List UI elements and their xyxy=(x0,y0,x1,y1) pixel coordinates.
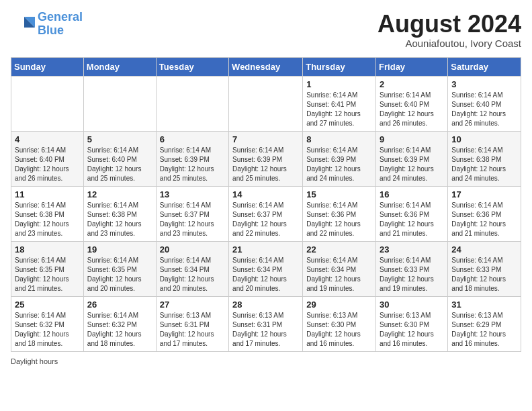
day-number: 15 xyxy=(306,189,372,199)
day-info: Sunrise: 6:14 AM Sunset: 6:37 PM Dayligh… xyxy=(160,201,225,238)
day-info: Sunrise: 6:14 AM Sunset: 6:40 PM Dayligh… xyxy=(380,91,444,128)
day-number: 4 xyxy=(15,134,80,144)
calendar-cell: 15Sunrise: 6:14 AM Sunset: 6:36 PM Dayli… xyxy=(303,186,376,241)
calendar-cell: 19Sunrise: 6:14 AM Sunset: 6:35 PM Dayli… xyxy=(83,241,156,296)
calendar-cell: 4Sunrise: 6:14 AM Sunset: 6:40 PM Daylig… xyxy=(11,131,84,186)
day-info: Sunrise: 6:14 AM Sunset: 6:35 PM Dayligh… xyxy=(15,256,80,293)
footer: Daylight hours xyxy=(11,357,521,365)
day-info: Sunrise: 6:14 AM Sunset: 6:34 PM Dayligh… xyxy=(306,256,372,293)
day-info: Sunrise: 6:14 AM Sunset: 6:39 PM Dayligh… xyxy=(232,146,299,183)
day-info: Sunrise: 6:14 AM Sunset: 6:41 PM Dayligh… xyxy=(306,91,372,128)
day-number: 9 xyxy=(380,134,444,144)
calendar-cell: 29Sunrise: 6:13 AM Sunset: 6:30 PM Dayli… xyxy=(303,296,376,351)
day-info: Sunrise: 6:14 AM Sunset: 6:38 PM Dayligh… xyxy=(451,146,517,183)
calendar-cell: 5Sunrise: 6:14 AM Sunset: 6:40 PM Daylig… xyxy=(83,131,156,186)
day-header-saturday: Saturday xyxy=(448,57,521,76)
logo-line1: General xyxy=(38,10,83,24)
day-number: 8 xyxy=(306,134,372,144)
calendar-cell: 16Sunrise: 6:14 AM Sunset: 6:36 PM Dayli… xyxy=(376,186,448,241)
day-header-monday: Monday xyxy=(83,57,156,76)
day-info: Sunrise: 6:14 AM Sunset: 6:34 PM Dayligh… xyxy=(160,256,225,293)
day-info: Sunrise: 6:14 AM Sunset: 6:38 PM Dayligh… xyxy=(87,201,152,238)
day-info: Sunrise: 6:14 AM Sunset: 6:33 PM Dayligh… xyxy=(380,256,444,293)
day-info: Sunrise: 6:13 AM Sunset: 6:31 PM Dayligh… xyxy=(160,311,225,349)
calendar-cell xyxy=(229,76,303,131)
day-number: 13 xyxy=(160,189,225,199)
day-number: 28 xyxy=(232,300,299,310)
day-info: Sunrise: 6:13 AM Sunset: 6:31 PM Dayligh… xyxy=(232,311,299,349)
calendar-cell: 13Sunrise: 6:14 AM Sunset: 6:37 PM Dayli… xyxy=(156,186,228,241)
calendar-table: SundayMondayTuesdayWednesdayThursdayFrid… xyxy=(11,57,521,352)
day-number: 7 xyxy=(232,134,299,144)
day-number: 23 xyxy=(380,244,444,255)
day-info: Sunrise: 6:14 AM Sunset: 6:38 PM Dayligh… xyxy=(15,201,80,238)
day-info: Sunrise: 6:14 AM Sunset: 6:34 PM Dayligh… xyxy=(232,256,299,293)
day-number: 31 xyxy=(451,300,517,310)
calendar-cell: 26Sunrise: 6:14 AM Sunset: 6:32 PM Dayli… xyxy=(83,296,156,351)
day-info: Sunrise: 6:14 AM Sunset: 6:40 PM Dayligh… xyxy=(15,146,80,183)
calendar-cell: 23Sunrise: 6:14 AM Sunset: 6:33 PM Dayli… xyxy=(376,241,448,296)
calendar-cell: 14Sunrise: 6:14 AM Sunset: 6:37 PM Dayli… xyxy=(229,186,303,241)
day-number: 17 xyxy=(451,189,517,199)
calendar-cell: 6Sunrise: 6:14 AM Sunset: 6:39 PM Daylig… xyxy=(156,131,228,186)
calendar-cell: 25Sunrise: 6:14 AM Sunset: 6:32 PM Dayli… xyxy=(11,296,84,351)
day-number: 1 xyxy=(306,79,372,89)
day-number: 21 xyxy=(232,244,299,255)
calendar-cell: 7Sunrise: 6:14 AM Sunset: 6:39 PM Daylig… xyxy=(229,131,303,186)
day-info: Sunrise: 6:14 AM Sunset: 6:40 PM Dayligh… xyxy=(87,146,152,183)
calendar-cell xyxy=(83,76,156,131)
day-number: 16 xyxy=(380,189,444,199)
day-number: 19 xyxy=(87,244,152,255)
calendar-cell: 24Sunrise: 6:14 AM Sunset: 6:33 PM Dayli… xyxy=(448,241,521,296)
logo-icon xyxy=(11,14,35,34)
day-info: Sunrise: 6:14 AM Sunset: 6:40 PM Dayligh… xyxy=(451,91,517,128)
calendar-cell: 10Sunrise: 6:14 AM Sunset: 6:38 PM Dayli… xyxy=(448,131,521,186)
day-info: Sunrise: 6:13 AM Sunset: 6:30 PM Dayligh… xyxy=(380,311,444,349)
calendar-cell: 2Sunrise: 6:14 AM Sunset: 6:40 PM Daylig… xyxy=(376,76,448,131)
calendar-cell: 1Sunrise: 6:14 AM Sunset: 6:41 PM Daylig… xyxy=(303,76,376,131)
logo: General Blue xyxy=(11,11,83,38)
day-number: 26 xyxy=(87,300,152,310)
month-year: August 2024 xyxy=(378,11,521,38)
page-header: General Blue August 2024 Aouniafoutou, I… xyxy=(11,11,521,49)
day-number: 22 xyxy=(306,244,372,255)
day-number: 10 xyxy=(451,134,517,144)
day-number: 20 xyxy=(160,244,225,255)
day-info: Sunrise: 6:13 AM Sunset: 6:30 PM Dayligh… xyxy=(306,311,372,349)
day-info: Sunrise: 6:14 AM Sunset: 6:36 PM Dayligh… xyxy=(380,201,444,238)
day-info: Sunrise: 6:13 AM Sunset: 6:29 PM Dayligh… xyxy=(451,311,517,349)
day-header-sunday: Sunday xyxy=(11,57,84,76)
day-number: 3 xyxy=(451,79,517,89)
day-header-thursday: Thursday xyxy=(303,57,376,76)
day-number: 2 xyxy=(380,79,444,89)
calendar-cell xyxy=(156,76,228,131)
footer-text: Daylight hours xyxy=(11,357,58,365)
day-number: 5 xyxy=(87,134,152,144)
day-number: 6 xyxy=(160,134,225,144)
day-number: 29 xyxy=(306,300,372,310)
day-number: 24 xyxy=(451,244,517,255)
day-info: Sunrise: 6:14 AM Sunset: 6:36 PM Dayligh… xyxy=(451,201,517,238)
day-info: Sunrise: 6:14 AM Sunset: 6:39 PM Dayligh… xyxy=(380,146,444,183)
day-info: Sunrise: 6:14 AM Sunset: 6:32 PM Dayligh… xyxy=(15,311,80,349)
day-header-tuesday: Tuesday xyxy=(156,57,228,76)
calendar-cell: 20Sunrise: 6:14 AM Sunset: 6:34 PM Dayli… xyxy=(156,241,228,296)
calendar-cell: 8Sunrise: 6:14 AM Sunset: 6:39 PM Daylig… xyxy=(303,131,376,186)
calendar-cell: 11Sunrise: 6:14 AM Sunset: 6:38 PM Dayli… xyxy=(11,186,84,241)
day-info: Sunrise: 6:14 AM Sunset: 6:33 PM Dayligh… xyxy=(451,256,517,293)
day-number: 18 xyxy=(15,244,80,255)
calendar-cell: 3Sunrise: 6:14 AM Sunset: 6:40 PM Daylig… xyxy=(448,76,521,131)
calendar-cell: 27Sunrise: 6:13 AM Sunset: 6:31 PM Dayli… xyxy=(156,296,228,351)
day-number: 27 xyxy=(160,300,225,310)
calendar-cell: 30Sunrise: 6:13 AM Sunset: 6:30 PM Dayli… xyxy=(376,296,448,351)
day-info: Sunrise: 6:14 AM Sunset: 6:35 PM Dayligh… xyxy=(87,256,152,293)
day-number: 12 xyxy=(87,189,152,199)
day-info: Sunrise: 6:14 AM Sunset: 6:36 PM Dayligh… xyxy=(306,201,372,238)
day-number: 11 xyxy=(15,189,80,199)
day-info: Sunrise: 6:14 AM Sunset: 6:39 PM Dayligh… xyxy=(306,146,372,183)
logo-line2: Blue xyxy=(38,24,64,37)
day-number: 25 xyxy=(15,300,80,310)
logo-text: General Blue xyxy=(38,11,83,38)
calendar-cell: 21Sunrise: 6:14 AM Sunset: 6:34 PM Dayli… xyxy=(229,241,303,296)
day-number: 30 xyxy=(380,300,444,310)
